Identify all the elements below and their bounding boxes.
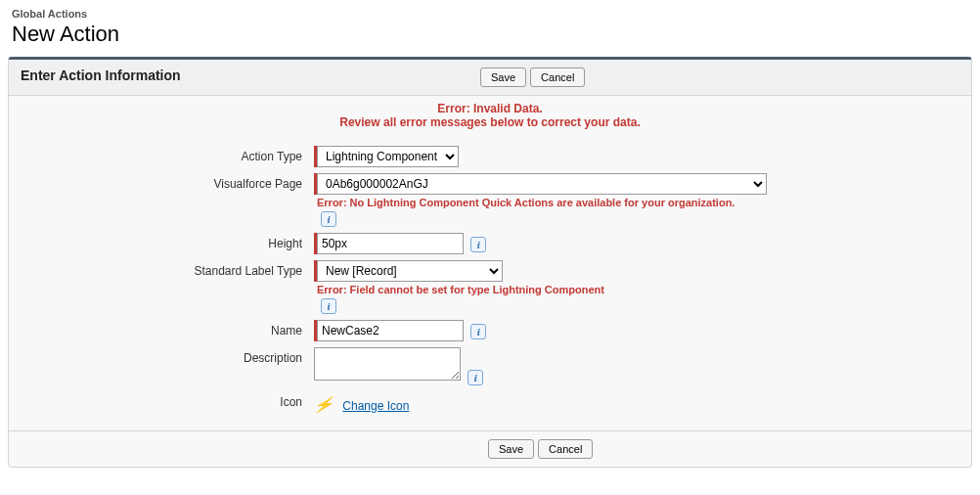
cancel-button[interactable]: Cancel	[530, 68, 585, 87]
label-visualforce-page: Visualforce Page	[21, 173, 314, 191]
save-button-footer[interactable]: Save	[488, 439, 534, 459]
section-header: Enter Action Information Save Cancel	[9, 60, 971, 96]
label-action-type: Action Type	[21, 146, 314, 163]
form-container: Enter Action Information Save Cancel Err…	[8, 57, 972, 468]
label-description: Description	[21, 347, 314, 365]
error-visualforce-page: Error: No Lightning Component Quick Acti…	[317, 197, 959, 208]
save-button[interactable]: Save	[480, 68, 526, 87]
action-type-select[interactable]: Lightning Component	[317, 146, 459, 167]
error-banner-line2: Review all error messages below to corre…	[21, 115, 959, 129]
error-banner: Error: Invalid Data. Review all error me…	[9, 96, 971, 139]
label-name: Name	[21, 320, 314, 338]
info-icon-visualforce[interactable]: i	[321, 211, 336, 227]
error-standard-label-type: Error: Field cannot be set for type Ligh…	[317, 284, 959, 295]
info-icon-name[interactable]: i	[470, 324, 486, 339]
standard-label-type-select[interactable]: New [Record]	[317, 260, 503, 282]
page-header: Global Actions New Action	[0, 0, 980, 57]
breadcrumb: Global Actions	[12, 8, 968, 20]
form-body: Action Type Lightning Component Visualfo…	[9, 139, 971, 430]
height-input[interactable]	[317, 233, 464, 254]
name-input[interactable]	[317, 320, 464, 341]
label-height: Height	[21, 233, 314, 250]
header-button-row: Save Cancel	[480, 68, 585, 87]
row-standard-label-type: Standard Label Type New [Record] Error: …	[9, 257, 971, 317]
label-icon: Icon	[21, 391, 314, 409]
lightning-icon: ⚡	[312, 395, 334, 414]
info-icon-standard-label[interactable]: i	[321, 298, 336, 314]
section-title: Enter Action Information	[21, 68, 480, 83]
info-icon-height[interactable]: i	[470, 237, 486, 252]
row-description: Description i	[9, 344, 971, 388]
cancel-button-footer[interactable]: Cancel	[538, 439, 593, 459]
label-standard-label-type: Standard Label Type	[21, 260, 314, 278]
row-name: Name i	[9, 317, 971, 344]
row-height: Height i	[9, 230, 971, 257]
row-icon: Icon ⚡ Change Icon	[9, 388, 971, 417]
error-banner-line1: Error: Invalid Data.	[21, 102, 959, 115]
change-icon-link[interactable]: Change Icon	[342, 399, 409, 413]
description-textarea[interactable]	[314, 347, 461, 381]
footer-button-row: Save Cancel	[9, 430, 971, 467]
row-action-type: Action Type Lightning Component	[9, 143, 971, 170]
page-title: New Action	[12, 22, 968, 47]
visualforce-page-select[interactable]: 0Ab6g000002AnGJ	[317, 173, 767, 195]
row-visualforce-page: Visualforce Page 0Ab6g000002AnGJ Error: …	[9, 170, 971, 230]
info-icon-description[interactable]: i	[468, 370, 483, 385]
